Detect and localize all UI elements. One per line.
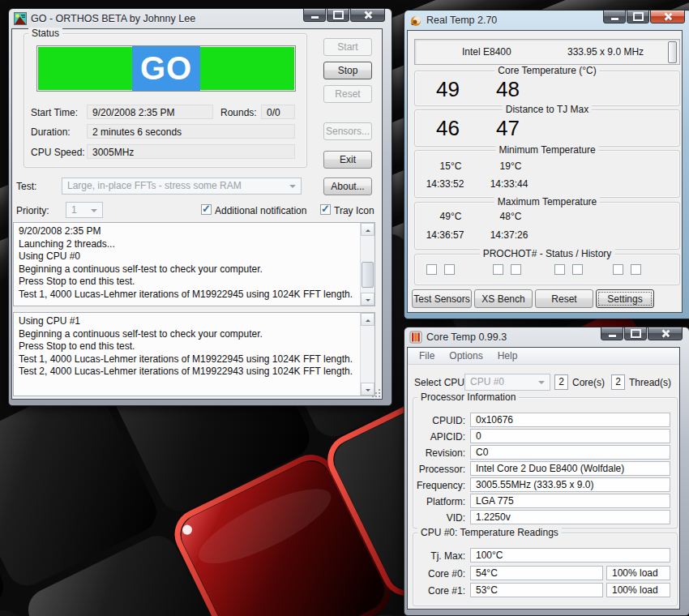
maximum-temperature-title: Maximum Temperature [494, 196, 600, 207]
realtemp-app-icon [409, 14, 422, 27]
log-line: Beginning a continuous self-test to chec… [19, 263, 355, 276]
temperature-readings-groupbox: CPU #0: Temperature Readings Tj. Max: 10… [413, 533, 678, 606]
cpu0-log-textarea[interactable]: 9/20/2008 2:35 PM Launching 2 threads...… [13, 222, 375, 306]
scroll-down-arrow[interactable] [361, 293, 374, 306]
history-checkbox-2[interactable] [631, 264, 641, 275]
sensors-button[interactable]: Sensors... [323, 122, 372, 140]
status-checkbox-1[interactable] [554, 264, 565, 275]
revision-value: C0 [470, 445, 670, 460]
cpu0-log-scrollbar[interactable] [360, 223, 374, 306]
cpu1-log-textarea[interactable]: Using CPU #1 Beginning a continuous self… [13, 312, 375, 396]
prochot-checkbox-2[interactable] [444, 264, 455, 275]
log-line: Test 1, 4000 Lucas-Lehmer iterations of … [19, 289, 355, 302]
status-checkbox-2[interactable] [572, 264, 583, 275]
apicid-label: APICID: [413, 431, 465, 443]
coretemp-titlebar[interactable]: Core Temp 0.99.3 [407, 327, 687, 347]
reset-button[interactable]: Reset [535, 289, 593, 308]
threads-label: Thread(s) [629, 377, 671, 388]
menu-help[interactable]: Help [491, 349, 524, 363]
cpu1-log-scrollbar[interactable] [360, 313, 374, 396]
maximize-icon [631, 329, 641, 338]
orthos-titlebar[interactable]: GO - ORTHOS BETA by Johnny Lee [11, 9, 389, 28]
prochot-checkbox-3[interactable] [493, 264, 503, 275]
core0-temp: 49 [436, 77, 460, 102]
log-line: Test 2, 4000 Lucas-Lehmer iterations of … [19, 366, 355, 379]
menu-options[interactable]: Options [443, 349, 489, 363]
coretemp-close-button[interactable] [648, 327, 683, 340]
prochot-status-title: PROCHOT# - Status / History [480, 248, 615, 259]
platform-label: Platform: [413, 496, 465, 507]
prochot-checkbox-1[interactable] [426, 264, 437, 275]
threads-count-box: 2 [611, 374, 625, 390]
cpu-speed-label: CPU Speed: [31, 147, 85, 158]
additional-notification-label: Additional notification [215, 205, 306, 216]
core1-temp: 48 [496, 77, 520, 102]
exit-button[interactable]: Exit [323, 151, 372, 169]
vid-value: 1.2250v [470, 510, 670, 524]
tray-icon-checkbox[interactable] [320, 204, 331, 215]
prochot-checkbox-4[interactable] [511, 264, 521, 275]
orthos-window-title: GO - ORTHOS BETA by Johnny Lee [31, 13, 195, 24]
maximize-icon [333, 11, 344, 19]
orthos-app-icon [14, 12, 27, 25]
core1-temp-value: 53°C [470, 583, 603, 597]
test-progress-bar: GO [36, 45, 296, 92]
select-cpu-dropdown[interactable]: CPU #0 [464, 374, 550, 391]
core1-load-value: 100% load [606, 583, 670, 597]
priority-select[interactable]: 1 [66, 202, 103, 218]
core1-max-temp: 48°C [488, 211, 533, 222]
scroll-up-arrow[interactable] [361, 313, 374, 326]
core-temperature-groupbox: Core Temperature (°C) 49 48 [414, 71, 680, 106]
core1-label: Core #1: [413, 585, 465, 597]
orthos-client-area: Status GO Start Time: 9/20/2008 2:35 PM … [11, 28, 383, 400]
start-button[interactable]: Start [323, 38, 372, 56]
about-button[interactable]: About... [323, 178, 372, 195]
rounds-label: Rounds: [220, 107, 257, 118]
processor-label: Processor: [413, 464, 465, 475]
realtemp-titlebar[interactable]: Real Temp 2.70 [407, 11, 689, 30]
orthos-maximize-button[interactable] [327, 8, 349, 22]
frequency-value: 3005.55MHz (333.95 x 9.0) [470, 477, 670, 492]
orthos-window: GO - ORTHOS BETA by Johnny Lee Status GO… [8, 8, 392, 406]
orthos-close-button[interactable] [350, 8, 385, 22]
xs-bench-button[interactable]: XS Bench [474, 289, 533, 308]
core1-min-time: 14:33:44 [480, 178, 538, 190]
close-icon [363, 11, 372, 19]
settings-button[interactable]: Settings [596, 289, 654, 308]
log-line: Press Stop to end this test. [19, 276, 355, 289]
reset-button[interactable]: Reset [323, 85, 372, 103]
realtemp-close-button[interactable] [650, 10, 685, 24]
test-select[interactable]: Large, in-place FFTs - stress some RAM [62, 178, 302, 195]
duration-value: 2 minutes 6 seconds [87, 124, 295, 139]
core1-min-temp: 19°C [488, 160, 533, 172]
processor-information-groupbox: Processor Information CPUID: 0x10676 API… [413, 397, 678, 528]
realtemp-maximize-button[interactable] [627, 10, 649, 24]
coretemp-maximize-button[interactable] [624, 327, 647, 340]
coretemp-minimize-button[interactable] [601, 327, 623, 340]
maximize-icon [633, 12, 644, 21]
maximum-temperature-groupbox: Maximum Temperature 49°C 48°C 14:36:57 1… [414, 202, 680, 250]
clock-slider-handle[interactable] [668, 41, 677, 63]
orthos-minimize-button[interactable] [303, 8, 326, 22]
stop-button[interactable]: Stop [323, 62, 372, 79]
core0-tjmax-distance: 46 [436, 116, 460, 141]
resize-grip[interactable] [370, 387, 380, 397]
cpu-clock: 333.95 x 9.0 MHz [567, 46, 644, 58]
platform-value: LGA 775 [470, 494, 670, 508]
menu-file[interactable]: File [413, 349, 441, 363]
test-sensors-button[interactable]: Test Sensors [412, 289, 472, 308]
cpu-info-box: Intel E8400 333.95 x 9.0 MHz [414, 39, 680, 65]
progress-indicator: GO [132, 46, 200, 91]
processor-value: Intel Core 2 Duo E8400 (Wolfdale) [470, 461, 670, 476]
history-checkbox-1[interactable] [613, 264, 623, 275]
cores-label: Core(s) [572, 377, 605, 388]
coretemp-menubar: File Options Help [408, 348, 679, 365]
core0-min-time: 14:33:52 [418, 178, 472, 190]
scroll-thumb[interactable] [362, 262, 374, 288]
log-line: Beginning a continuous self-test to chec… [19, 328, 355, 341]
core0-load-value: 100% load [606, 566, 670, 580]
additional-notification-checkbox[interactable] [201, 204, 212, 215]
realtemp-window: Real Temp 2.70 Intel E8400 333.95 x 9.0 … [404, 10, 689, 319]
scroll-up-arrow[interactable] [361, 223, 374, 236]
realtemp-minimize-button[interactable] [603, 10, 626, 24]
